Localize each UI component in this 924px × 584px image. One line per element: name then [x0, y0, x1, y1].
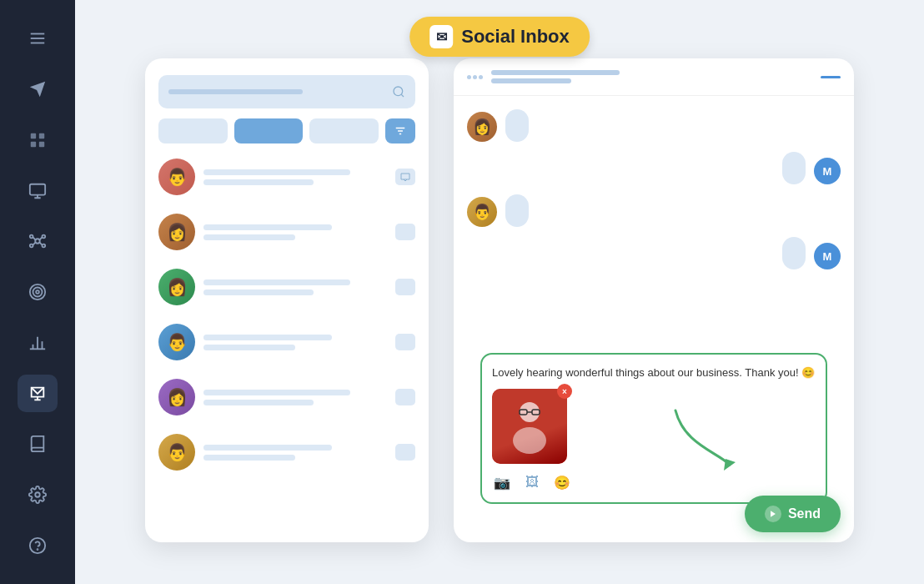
inbox-item-content — [203, 279, 387, 295]
chat-header-status — [491, 78, 571, 83]
message-avatar: 👩 — [467, 112, 497, 142]
sidebar — [0, 0, 75, 584]
outgoing-avatar: M — [814, 158, 841, 184]
item-preview-line — [203, 289, 314, 295]
chat-header — [454, 58, 854, 96]
item-name-line — [203, 169, 350, 175]
list-item[interactable]: 👨 — [158, 154, 415, 200]
inbox-item-content — [203, 335, 387, 350]
avatar: 👩 — [158, 269, 195, 305]
sidebar-item-social-inbox[interactable] — [18, 375, 58, 412]
sidebar-item-targets[interactable] — [18, 274, 58, 311]
avatar-face: 👨 — [158, 324, 195, 360]
svg-line-13 — [33, 238, 37, 241]
chat-icon — [395, 444, 415, 461]
sidebar-item-send[interactable] — [18, 71, 58, 108]
avatar-face: 👩 — [158, 269, 195, 305]
emoji-tool-button[interactable]: 😊 — [552, 472, 572, 492]
item-preview-line — [203, 345, 295, 350]
remove-image-button[interactable]: × — [557, 384, 572, 399]
svg-point-10 — [43, 235, 46, 239]
content-area: ✉ Social Inbox — [75, 0, 924, 584]
svg-line-16 — [39, 242, 43, 245]
sidebar-item-library[interactable] — [18, 425, 58, 463]
sidebar-item-analytics[interactable] — [18, 324, 58, 361]
compose-wrapper: Lovely hearing wonderful things about ou… — [467, 353, 841, 518]
inbox-items-list: 👨 👩 — [158, 154, 415, 526]
svg-point-11 — [30, 244, 33, 248]
svg-rect-4 — [39, 133, 44, 138]
filter-icon-button[interactable] — [385, 118, 415, 143]
svg-point-29 — [394, 87, 403, 96]
chat-header-info — [491, 70, 812, 83]
chat-icon — [395, 224, 415, 240]
header-title: Social Inbox — [461, 26, 570, 48]
item-name-line — [203, 224, 332, 230]
avatar-face: 👩 — [467, 112, 497, 142]
svg-point-28 — [38, 549, 38, 550]
search-line-1 — [168, 89, 303, 94]
sidebar-item-network[interactable] — [18, 223, 58, 260]
avatar: 👩 — [158, 379, 195, 415]
search-icon — [392, 85, 405, 98]
svg-point-9 — [30, 235, 33, 239]
message-bubble-outgoing — [782, 152, 806, 184]
filter-bar — [158, 118, 415, 143]
compose-text: Lovely hearing wonderful things about ou… — [492, 365, 816, 381]
avatar-face: 👩 — [158, 379, 195, 415]
svg-point-18 — [33, 288, 43, 297]
inbox-item-content — [203, 224, 387, 240]
list-item[interactable]: 👨 — [158, 319, 415, 365]
message-row-incoming: 👨 — [467, 194, 841, 227]
chat-panel: 👩 M — [454, 58, 854, 542]
sidebar-item-inbox[interactable] — [18, 172, 58, 209]
svg-rect-3 — [31, 133, 36, 138]
list-item[interactable]: 👩 — [158, 209, 415, 255]
compose-area[interactable]: Lovely hearing wonderful things about ou… — [480, 353, 827, 505]
list-item[interactable]: 👨 — [158, 429, 415, 476]
filter-tab-all[interactable] — [158, 118, 228, 143]
sidebar-item-dashboard[interactable] — [18, 121, 58, 159]
message-bubble-outgoing — [782, 237, 806, 269]
avatar: 👨 — [158, 159, 195, 195]
sidebar-item-navigation[interactable] — [18, 20, 58, 58]
avatar: 👨 — [158, 324, 195, 360]
sidebar-item-support[interactable] — [18, 526, 58, 564]
dot — [479, 75, 483, 79]
compose-image-wrapper: × — [492, 389, 567, 464]
camera-tool-button[interactable]: 📷 — [492, 472, 512, 492]
chat-icon — [395, 279, 415, 295]
message-bubble — [505, 194, 529, 227]
item-preview-line — [203, 234, 295, 240]
send-button[interactable]: Send — [745, 496, 841, 532]
minimize-button[interactable] — [821, 76, 841, 78]
inbox-item-content — [203, 390, 387, 405]
curved-arrow — [667, 402, 742, 477]
avatar-face: 👨 — [467, 197, 497, 227]
chat-header-dots — [467, 75, 483, 79]
message-row-incoming: 👩 — [467, 109, 841, 142]
inbox-item-content — [203, 445, 387, 461]
image-tool-button[interactable]: 🖼 — [522, 472, 542, 492]
message-bubble — [505, 109, 529, 142]
item-name-line — [203, 445, 332, 451]
list-item[interactable]: 👩 — [158, 264, 415, 310]
message-row-outgoing: M — [467, 152, 841, 184]
svg-rect-6 — [39, 142, 44, 147]
filter-tab-active[interactable] — [234, 118, 304, 143]
svg-rect-7 — [30, 184, 45, 194]
avatar: 👩 — [158, 214, 195, 250]
svg-point-19 — [36, 290, 39, 294]
main-container: ✉ Social Inbox — [0, 0, 924, 584]
svg-point-26 — [35, 492, 40, 497]
search-bar[interactable] — [158, 75, 415, 108]
search-bar-placeholder — [168, 89, 392, 94]
chat-header-name — [491, 70, 620, 75]
filter-tab-closed[interactable] — [309, 118, 379, 143]
sidebar-item-settings[interactable] — [18, 476, 58, 514]
chat-icon — [395, 334, 415, 350]
list-item[interactable]: 👩 — [158, 374, 415, 420]
item-preview-line — [203, 400, 314, 405]
svg-line-14 — [39, 238, 43, 241]
svg-point-35 — [513, 427, 546, 454]
